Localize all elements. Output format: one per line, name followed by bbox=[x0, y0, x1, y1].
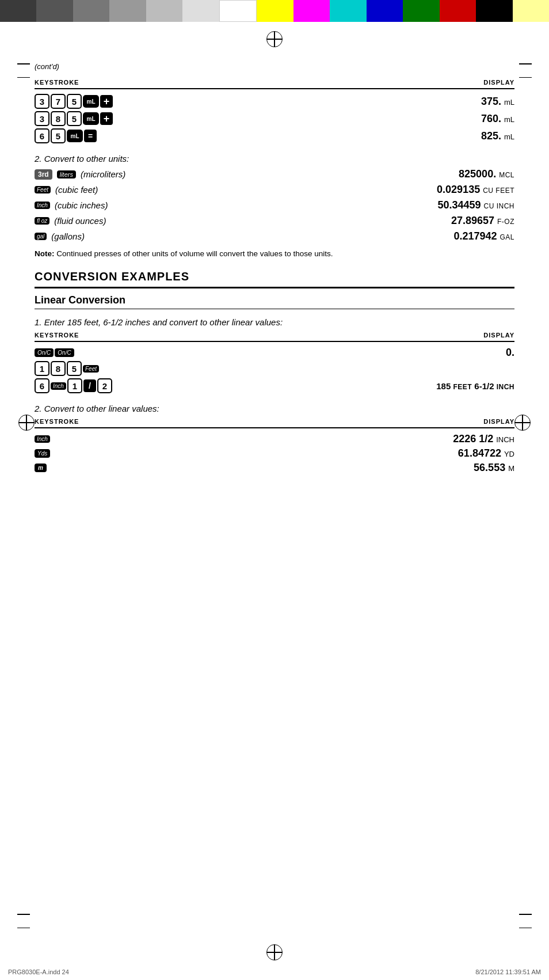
cubicfeet-desc: (cubic feet) bbox=[55, 185, 98, 195]
key-5b: 5 bbox=[67, 111, 82, 126]
display-floz: 27.89657 F-OZ bbox=[451, 215, 514, 227]
convert-row-floz: fl oz (fluid ounces) 27.89657 F-OZ bbox=[35, 215, 514, 227]
key-m: m bbox=[35, 464, 47, 472]
key-gal: gal bbox=[35, 233, 47, 240]
key-yds: Yds bbox=[35, 449, 50, 458]
display-label: DISPLAY bbox=[483, 79, 514, 86]
cont-label: (cont'd) bbox=[35, 62, 514, 71]
right-tick-1 bbox=[519, 63, 532, 64]
footer-left: PRG8030E-A.indd 24 bbox=[8, 968, 69, 975]
key-7: 7 bbox=[51, 94, 66, 109]
convert-left-cubicfeet: Feet (cubic feet) bbox=[35, 185, 98, 195]
display-cubicinches: 50.34459 CU INCH bbox=[437, 199, 514, 211]
key-2: 2 bbox=[97, 378, 112, 393]
right-tick-bottom-1 bbox=[519, 914, 532, 915]
step1-row-onc: On/C On/C 0. bbox=[35, 347, 514, 359]
convert-section-label: 2. Convert to other units: bbox=[35, 154, 514, 164]
footer: PRG8030E-A.indd 24 8/21/2012 11:39:51 AM bbox=[0, 945, 549, 980]
step1-kd-header: KEYSTROKE DISPLAY bbox=[35, 332, 514, 342]
volume-keys-3: 6 5 mL = bbox=[35, 128, 97, 143]
step1-display-label: DISPLAY bbox=[483, 332, 514, 339]
left-tick-1 bbox=[17, 63, 30, 64]
volume-kd-header: KEYSTROKE DISPLAY bbox=[35, 79, 514, 89]
step1-label: 1. Enter 185 feet, 6-1/2 inches and conv… bbox=[35, 317, 514, 327]
top-reg-area bbox=[0, 22, 549, 56]
key-onc-1: On/C bbox=[35, 348, 54, 357]
right-tick-bottom-2 bbox=[519, 928, 532, 929]
convert-left-cubicinches: Inch (cubic inches) bbox=[35, 200, 108, 210]
convert-left-microliters: 3rd liters (microliters) bbox=[35, 169, 125, 180]
step1-keys-185: 1 8 5 Feet bbox=[35, 361, 99, 376]
left-crosshair bbox=[18, 415, 35, 433]
convert-row-microliters: 3rd liters (microliters) 825000. mcL bbox=[35, 168, 514, 180]
color-bar bbox=[0, 0, 549, 22]
step2-kd-section: KEYSTROKE DISPLAY Inch 2226 1/2 INCH Yds… bbox=[35, 418, 514, 474]
step2-row-yds: Yds 61.84722 YD bbox=[35, 447, 514, 459]
step2-keys-inch: Inch bbox=[35, 435, 50, 443]
convert-row-gallons: gal (gallons) 0.217942 GAL bbox=[35, 230, 514, 242]
key-ml-3: mL bbox=[67, 130, 83, 142]
step2-row-inch: Inch 2226 1/2 INCH bbox=[35, 433, 514, 445]
key-5d: 5 bbox=[67, 361, 82, 376]
keystroke-label: KEYSTROKE bbox=[35, 79, 79, 86]
key-onc-2: On/C bbox=[55, 348, 74, 357]
main-content: (cont'd) KEYSTROKE DISPLAY 3 7 5 mL + 37… bbox=[35, 56, 514, 474]
convert-left-floz: fl oz (fluid ounces) bbox=[35, 216, 106, 226]
step2-row-m: m 56.553 M bbox=[35, 462, 514, 474]
step1-keystroke-label: KEYSTROKE bbox=[35, 332, 79, 339]
display-yds: 61.84722 YD bbox=[458, 447, 514, 459]
key-3: 3 bbox=[35, 94, 49, 109]
key-1b: 1 bbox=[67, 378, 82, 393]
key-3b: 3 bbox=[35, 111, 49, 126]
microliters-desc: (microliters) bbox=[81, 169, 125, 179]
volume-row-3: 6 5 mL = 825. mL bbox=[35, 128, 514, 143]
step1-kd-section: KEYSTROKE DISPLAY On/C On/C 0. 1 8 5 Fee… bbox=[35, 332, 514, 393]
step2-keystroke-label: KEYSTROKE bbox=[35, 418, 79, 425]
right-tick-2 bbox=[519, 77, 532, 78]
left-tick-2 bbox=[17, 77, 30, 78]
display-825: 825. mL bbox=[481, 130, 514, 142]
volume-row-2: 3 8 5 mL + 760. mL bbox=[35, 111, 514, 126]
convert-row-cubicfeet: Feet (cubic feet) 0.029135 CU FEET bbox=[35, 184, 514, 196]
step2-keys-yds: Yds bbox=[35, 449, 50, 458]
display-m: 56.553 M bbox=[474, 462, 514, 474]
conversion-examples-heading: CONVERSION EXAMPLES bbox=[35, 270, 514, 288]
convert-left-gallons: gal (gallons) bbox=[35, 231, 85, 241]
key-slash: / bbox=[83, 379, 96, 392]
volume-kd-section: KEYSTROKE DISPLAY 3 7 5 mL + 375. mL 3 8… bbox=[35, 79, 514, 143]
key-8: 8 bbox=[51, 111, 66, 126]
footer-right: 8/21/2012 11:39:51 AM bbox=[475, 968, 541, 975]
key-inch-3: Inch bbox=[35, 435, 50, 443]
step2-label: 2. Convert to other linear values: bbox=[35, 404, 514, 413]
step1-keys-onc: On/C On/C bbox=[35, 348, 74, 357]
key-1: 1 bbox=[35, 361, 49, 376]
display-microliters: 825000. mcL bbox=[459, 168, 514, 180]
step2-kd-header: KEYSTROKE DISPLAY bbox=[35, 418, 514, 428]
display-185feet: 185 FEET 6-1/2 INCH bbox=[436, 381, 514, 391]
key-ml-1: mL bbox=[83, 95, 99, 108]
key-ml-2: mL bbox=[83, 112, 99, 125]
step1-row-612: 6 Inch 1 / 2 185 FEET 6-1/2 INCH bbox=[35, 378, 514, 393]
volume-row-1: 3 7 5 mL + 375. mL bbox=[35, 94, 514, 109]
key-feet-2: Feet bbox=[83, 365, 99, 373]
top-reg-mark bbox=[266, 31, 283, 47]
key-feet: Feet bbox=[35, 186, 51, 193]
display-onc: 0. bbox=[506, 347, 514, 359]
key-eq-1: = bbox=[84, 130, 97, 142]
floz-desc: (fluid ounces) bbox=[54, 216, 106, 226]
volume-keys-1: 3 7 5 mL + bbox=[35, 94, 113, 109]
key-5: 5 bbox=[67, 94, 82, 109]
key-plus-1: + bbox=[100, 95, 113, 108]
step1-row-185: 1 8 5 Feet bbox=[35, 361, 514, 376]
key-inch-2: Inch bbox=[51, 382, 66, 390]
linear-conversion-heading: Linear Conversion bbox=[35, 294, 514, 309]
note-text: Note: Continued presses of other units o… bbox=[35, 248, 514, 260]
step2-keys-m: m bbox=[35, 464, 47, 472]
key-6: 6 bbox=[35, 128, 49, 143]
left-tick-bottom-1 bbox=[17, 914, 30, 915]
key-plus-2: + bbox=[100, 112, 113, 125]
key-liters: liters bbox=[57, 170, 76, 178]
display-375: 375. mL bbox=[481, 96, 514, 108]
step2-display-label: DISPLAY bbox=[483, 418, 514, 425]
convert-row-cubicinches: Inch (cubic inches) 50.34459 CU INCH bbox=[35, 199, 514, 211]
